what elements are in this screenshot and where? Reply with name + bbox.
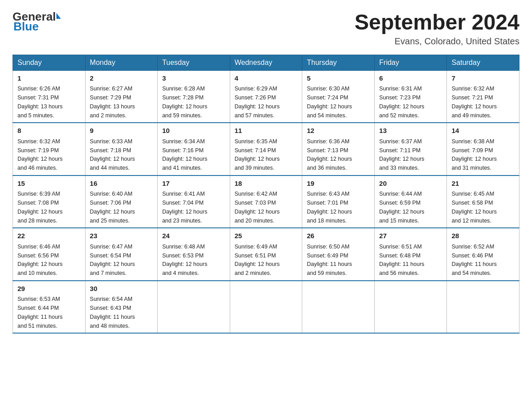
- day-sunrise-sunset-info: Sunrise: 6:29 AMSunset: 7:26 PMDaylight:…: [235, 86, 280, 118]
- weekday-header-saturday: Saturday: [447, 55, 519, 70]
- calendar-cell: 3Sunrise: 6:28 AMSunset: 7:28 PMDaylight…: [158, 70, 230, 123]
- calendar-cell: 19Sunrise: 6:43 AMSunset: 7:01 PMDayligh…: [302, 176, 375, 228]
- calendar-cell: 9Sunrise: 6:33 AMSunset: 7:18 PMDaylight…: [85, 123, 158, 176]
- day-sunrise-sunset-info: Sunrise: 6:54 AMSunset: 6:43 PMDaylight:…: [90, 296, 135, 329]
- calendar-cell: 7Sunrise: 6:32 AMSunset: 7:21 PMDaylight…: [447, 70, 519, 123]
- calendar-week-2: 8Sunrise: 6:32 AMSunset: 7:19 PMDaylight…: [13, 123, 519, 176]
- calendar-table: SundayMondayTuesdayWednesdayThursdayFrid…: [13, 55, 519, 334]
- day-sunrise-sunset-info: Sunrise: 6:39 AMSunset: 7:08 PMDaylight:…: [17, 191, 63, 223]
- day-number: 25: [235, 231, 298, 241]
- weekday-header-friday: Friday: [374, 55, 447, 70]
- calendar-week-5: 29Sunrise: 6:53 AMSunset: 6:44 PMDayligh…: [13, 281, 519, 334]
- day-number: 12: [307, 126, 370, 136]
- calendar-cell: 27Sunrise: 6:51 AMSunset: 6:48 PMDayligh…: [374, 228, 447, 281]
- day-sunrise-sunset-info: Sunrise: 6:43 AMSunset: 7:01 PMDaylight:…: [307, 191, 352, 223]
- calendar-cell: 10Sunrise: 6:34 AMSunset: 7:16 PMDayligh…: [158, 123, 230, 176]
- calendar-cell: 2Sunrise: 6:27 AMSunset: 7:29 PMDaylight…: [85, 70, 158, 123]
- calendar-cell: 30Sunrise: 6:54 AMSunset: 6:43 PMDayligh…: [85, 281, 158, 334]
- calendar-cell: 8Sunrise: 6:32 AMSunset: 7:19 PMDaylight…: [13, 123, 86, 176]
- weekday-header-wednesday: Wednesday: [230, 55, 302, 70]
- day-sunrise-sunset-info: Sunrise: 6:34 AMSunset: 7:16 PMDaylight:…: [162, 138, 207, 171]
- day-sunrise-sunset-info: Sunrise: 6:44 AMSunset: 6:59 PMDaylight:…: [379, 191, 425, 223]
- calendar-cell: 1Sunrise: 6:26 AMSunset: 7:31 PMDaylight…: [13, 70, 86, 123]
- day-number: 29: [17, 284, 81, 294]
- day-number: 28: [451, 231, 515, 241]
- page-subtitle: Evans, Colorado, United States: [355, 36, 519, 47]
- day-number: 3: [162, 73, 225, 84]
- logo-blue: Blue: [13, 21, 39, 32]
- day-number: 24: [162, 231, 225, 241]
- calendar-cell: 29Sunrise: 6:53 AMSunset: 6:44 PMDayligh…: [13, 281, 86, 334]
- day-sunrise-sunset-info: Sunrise: 6:41 AMSunset: 7:04 PMDaylight:…: [162, 191, 207, 223]
- day-sunrise-sunset-info: Sunrise: 6:51 AMSunset: 6:48 PMDaylight:…: [379, 244, 425, 276]
- day-sunrise-sunset-info: Sunrise: 6:36 AMSunset: 7:13 PMDaylight:…: [307, 138, 352, 171]
- calendar-cell: 18Sunrise: 6:42 AMSunset: 7:03 PMDayligh…: [230, 176, 302, 228]
- day-sunrise-sunset-info: Sunrise: 6:28 AMSunset: 7:28 PMDaylight:…: [162, 86, 207, 118]
- calendar-cell: 20Sunrise: 6:44 AMSunset: 6:59 PMDayligh…: [374, 176, 447, 228]
- calendar-week-4: 22Sunrise: 6:46 AMSunset: 6:56 PMDayligh…: [13, 228, 519, 281]
- page-header: General Blue September 2024 Evans, Color…: [13, 11, 519, 47]
- day-number: 10: [162, 126, 225, 136]
- logo-triangle-icon: [56, 13, 61, 19]
- day-number: 17: [162, 179, 225, 189]
- day-number: 11: [235, 126, 298, 136]
- day-number: 20: [379, 179, 442, 189]
- weekday-header-sunday: Sunday: [13, 55, 86, 70]
- calendar-cell: 28Sunrise: 6:52 AMSunset: 6:46 PMDayligh…: [447, 228, 519, 281]
- calendar-cell: 23Sunrise: 6:47 AMSunset: 6:54 PMDayligh…: [85, 228, 158, 281]
- day-number: 30: [90, 284, 153, 294]
- day-number: 2: [90, 73, 153, 84]
- day-sunrise-sunset-info: Sunrise: 6:32 AMSunset: 7:21 PMDaylight:…: [451, 86, 497, 118]
- title-area: September 2024 Evans, Colorado, United S…: [355, 11, 519, 47]
- calendar-cell: 16Sunrise: 6:40 AMSunset: 7:06 PMDayligh…: [85, 176, 158, 228]
- calendar-cell: 15Sunrise: 6:39 AMSunset: 7:08 PMDayligh…: [13, 176, 86, 228]
- day-number: 13: [379, 126, 442, 136]
- calendar-cell: [158, 281, 230, 334]
- calendar-cell: 5Sunrise: 6:30 AMSunset: 7:24 PMDaylight…: [302, 70, 375, 123]
- day-sunrise-sunset-info: Sunrise: 6:27 AMSunset: 7:29 PMDaylight:…: [90, 86, 135, 118]
- calendar-cell: 25Sunrise: 6:49 AMSunset: 6:51 PMDayligh…: [230, 228, 302, 281]
- calendar-cell: 24Sunrise: 6:48 AMSunset: 6:53 PMDayligh…: [158, 228, 230, 281]
- weekday-header-tuesday: Tuesday: [158, 55, 230, 70]
- calendar-cell: 17Sunrise: 6:41 AMSunset: 7:04 PMDayligh…: [158, 176, 230, 228]
- day-number: 16: [90, 179, 153, 189]
- page-title: September 2024: [355, 11, 519, 34]
- calendar-cell: 26Sunrise: 6:50 AMSunset: 6:49 PMDayligh…: [302, 228, 375, 281]
- weekday-header-monday: Monday: [85, 55, 158, 70]
- weekday-header-thursday: Thursday: [302, 55, 375, 70]
- calendar-cell: 14Sunrise: 6:38 AMSunset: 7:09 PMDayligh…: [447, 123, 519, 176]
- day-number: 22: [17, 231, 81, 241]
- day-number: 6: [379, 73, 442, 84]
- calendar-cell: 6Sunrise: 6:31 AMSunset: 7:23 PMDaylight…: [374, 70, 447, 123]
- calendar-cell: [447, 281, 519, 334]
- day-number: 18: [235, 179, 298, 189]
- day-sunrise-sunset-info: Sunrise: 6:52 AMSunset: 6:46 PMDaylight:…: [451, 244, 497, 276]
- day-sunrise-sunset-info: Sunrise: 6:53 AMSunset: 6:44 PMDaylight:…: [17, 296, 63, 329]
- day-number: 14: [451, 126, 515, 136]
- day-sunrise-sunset-info: Sunrise: 6:49 AMSunset: 6:51 PMDaylight:…: [235, 244, 280, 276]
- day-number: 9: [90, 126, 153, 136]
- day-number: 8: [17, 126, 81, 136]
- calendar-cell: [374, 281, 447, 334]
- calendar-cell: 13Sunrise: 6:37 AMSunset: 7:11 PMDayligh…: [374, 123, 447, 176]
- calendar-cell: 4Sunrise: 6:29 AMSunset: 7:26 PMDaylight…: [230, 70, 302, 123]
- day-number: 15: [17, 179, 81, 189]
- day-number: 1: [17, 73, 81, 84]
- day-number: 4: [235, 73, 298, 84]
- day-sunrise-sunset-info: Sunrise: 6:48 AMSunset: 6:53 PMDaylight:…: [162, 244, 207, 276]
- day-sunrise-sunset-info: Sunrise: 6:33 AMSunset: 7:18 PMDaylight:…: [90, 138, 135, 171]
- calendar-cell: 12Sunrise: 6:36 AMSunset: 7:13 PMDayligh…: [302, 123, 375, 176]
- day-sunrise-sunset-info: Sunrise: 6:32 AMSunset: 7:19 PMDaylight:…: [17, 138, 63, 171]
- day-sunrise-sunset-info: Sunrise: 6:42 AMSunset: 7:03 PMDaylight:…: [235, 191, 280, 223]
- day-sunrise-sunset-info: Sunrise: 6:31 AMSunset: 7:23 PMDaylight:…: [379, 86, 425, 118]
- day-sunrise-sunset-info: Sunrise: 6:40 AMSunset: 7:06 PMDaylight:…: [90, 191, 135, 223]
- day-number: 23: [90, 231, 153, 241]
- day-sunrise-sunset-info: Sunrise: 6:30 AMSunset: 7:24 PMDaylight:…: [307, 86, 352, 118]
- weekday-header-row: SundayMondayTuesdayWednesdayThursdayFrid…: [13, 55, 519, 70]
- calendar-week-1: 1Sunrise: 6:26 AMSunset: 7:31 PMDaylight…: [13, 70, 519, 123]
- day-number: 21: [451, 179, 515, 189]
- day-number: 19: [307, 179, 370, 189]
- calendar-cell: 21Sunrise: 6:45 AMSunset: 6:58 PMDayligh…: [447, 176, 519, 228]
- day-sunrise-sunset-info: Sunrise: 6:46 AMSunset: 6:56 PMDaylight:…: [17, 244, 63, 276]
- calendar-cell: 22Sunrise: 6:46 AMSunset: 6:56 PMDayligh…: [13, 228, 86, 281]
